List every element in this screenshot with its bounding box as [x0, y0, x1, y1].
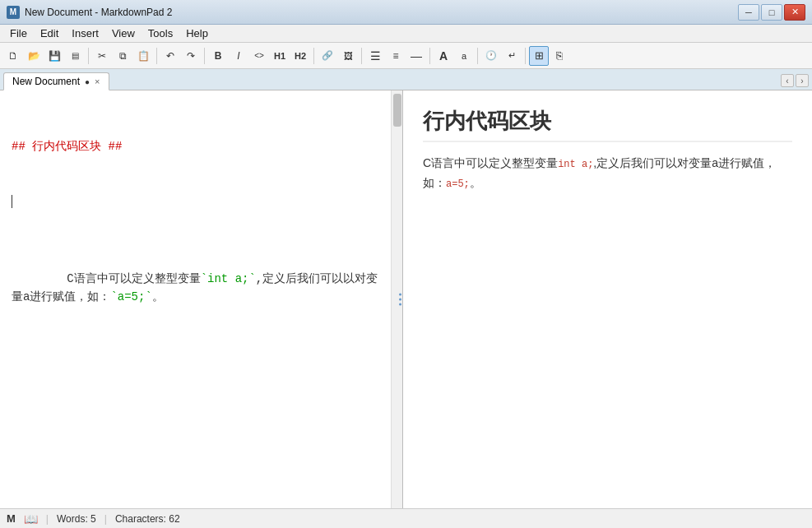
preview-code-1: int a;	[558, 159, 593, 170]
copy-button[interactable]: ⧉	[113, 46, 132, 66]
titlebar: M New Document - MarkdownPad 2 ─ □ ✕	[0, 0, 812, 25]
toolbar-separator-2	[156, 48, 157, 64]
char-count: Characters: 62	[115, 513, 180, 525]
word-count: Words: 5	[57, 513, 96, 525]
open-button[interactable]: 📂	[24, 46, 44, 66]
new-button[interactable]: 🗋	[3, 46, 23, 66]
status-separator-2: |	[104, 513, 107, 525]
toolbar-separator-3	[204, 48, 205, 64]
paste-button[interactable]: 📋	[133, 46, 153, 66]
cut-button[interactable]: ✂	[92, 46, 112, 66]
bold-button[interactable]: B	[208, 46, 228, 66]
splitter-handle[interactable]	[398, 294, 402, 306]
splitter-dot-3	[399, 303, 401, 306]
hr-button[interactable]: —	[406, 46, 426, 66]
editor-line-cursor-line	[12, 192, 379, 211]
menu-tools[interactable]: Tools	[142, 25, 179, 41]
toolbar: 🗋 📂 💾 ▤ ✂ ⧉ 📋 ↶ ↷ B I <> H1 H2 🔗 🖼 ☰ ≡ —…	[0, 43, 812, 69]
text-cursor	[12, 195, 12, 208]
preview-heading: 行内代码区块	[423, 107, 792, 142]
ol-button[interactable]: ≡	[386, 46, 406, 66]
toolbar-separator-7	[477, 48, 478, 64]
preview-paragraph: C语言中可以定义整型变量int a;,定义后我们可以对变量a进行赋值，如：a=5…	[423, 154, 792, 193]
toolbar-separator-6	[429, 48, 430, 64]
main-area: ## 行内代码区块 ## C语言中可以定义整型变量`int a;`,定义后我们可…	[0, 90, 812, 508]
font-small-button[interactable]: a	[454, 46, 474, 66]
tab-navigation: ‹ ›	[781, 74, 809, 87]
tab-label: New Document	[12, 76, 80, 87]
editor-inline-code-2: `a=5;`	[110, 290, 151, 303]
status-separator: |	[46, 513, 49, 525]
image-button[interactable]: 🖼	[338, 46, 358, 66]
splitter-dot-1	[399, 294, 401, 296]
tab-next-button[interactable]: ›	[796, 74, 809, 87]
code-button[interactable]: <>	[249, 46, 269, 66]
undo-button[interactable]: ↶	[160, 46, 180, 66]
menu-view[interactable]: View	[105, 25, 142, 41]
preview-text-before: C语言中可以定义整型变量	[423, 156, 558, 169]
menu-help[interactable]: Help	[179, 25, 215, 41]
preview-toggle-button[interactable]: ⊞	[529, 46, 549, 66]
editor-line-heading: ## 行内代码区块 ##	[12, 137, 379, 155]
ul-button[interactable]: ☰	[365, 46, 385, 66]
preview-code-2: a=5;	[446, 178, 470, 190]
timestamp-button[interactable]: 🕐	[481, 46, 501, 66]
link-button[interactable]: 🔗	[318, 46, 337, 66]
titlebar-title: New Document - MarkdownPad 2	[25, 7, 733, 18]
save-all-button[interactable]: ▤	[65, 46, 85, 66]
toolbar-separator-4	[313, 48, 314, 64]
menubar: File Edit Insert View Tools Help	[0, 25, 812, 43]
italic-button[interactable]: I	[229, 46, 248, 66]
export-button[interactable]: ⎘	[550, 46, 569, 66]
font-large-button[interactable]: A	[434, 46, 453, 66]
tab-new-document[interactable]: New Document ● ×	[3, 72, 109, 90]
statusbar: M 📖 | Words: 5 | Characters: 62	[0, 508, 812, 528]
toolbar-separator-1	[88, 48, 89, 64]
close-button[interactable]: ✕	[784, 4, 805, 21]
window-controls: ─ □ ✕	[738, 4, 805, 21]
editor-line-para: C语言中可以定义整型变量`int a;`,定义后我们可以以对变量a进行赋值，如：…	[12, 251, 379, 325]
maximize-button[interactable]: □	[761, 4, 782, 21]
editor-pane: ## 行内代码区块 ## C语言中可以定义整型变量`int a;`,定义后我们可…	[0, 90, 403, 508]
toolbar-separator-8	[525, 48, 526, 64]
preview-text-end: 。	[470, 176, 481, 189]
redo-button[interactable]: ↷	[181, 46, 201, 66]
menu-edit[interactable]: Edit	[34, 25, 65, 41]
preview-pane: 行内代码区块 C语言中可以定义整型变量int a;,定义后我们可以对变量a进行赋…	[403, 90, 812, 508]
wrap-button[interactable]: ↵	[502, 46, 522, 66]
minimize-button[interactable]: ─	[738, 4, 759, 21]
tabbar: New Document ● × ‹ ›	[0, 69, 812, 90]
tab-close-button[interactable]: ×	[95, 76, 100, 86]
toolbar-separator-5	[361, 48, 362, 64]
book-icon[interactable]: 📖	[24, 512, 38, 526]
menu-file[interactable]: File	[3, 25, 34, 41]
splitter-dot-2	[399, 299, 401, 301]
h2-button[interactable]: H2	[290, 46, 310, 66]
tab-modified-dot: ●	[85, 77, 90, 86]
editor-inline-code-1: `int a;`	[201, 272, 256, 285]
editor-text-before-code1: C语言中可以定义整型变量	[67, 272, 200, 285]
editor-text-end: 。	[152, 290, 164, 303]
markdown-mode-icon[interactable]: M	[7, 512, 16, 525]
tab-prev-button[interactable]: ‹	[781, 74, 794, 87]
h1-button[interactable]: H1	[270, 46, 290, 66]
save-button[interactable]: 💾	[44, 46, 64, 66]
menu-insert[interactable]: Insert	[65, 25, 105, 41]
scrollbar-thumb[interactable]	[393, 94, 401, 127]
app-icon: M	[7, 6, 20, 19]
editor-content[interactable]: ## 行内代码区块 ## C语言中可以定义整型变量`int a;`,定义后我们可…	[0, 90, 391, 508]
